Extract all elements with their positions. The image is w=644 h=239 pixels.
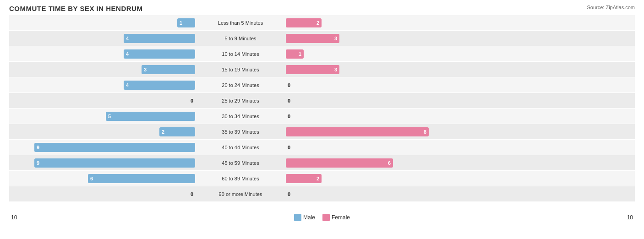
bar-male: 3	[142, 65, 195, 74]
bar-male: 4	[124, 81, 195, 90]
male-value: 3	[142, 67, 149, 72]
right-section: 2	[284, 171, 472, 186]
bar-male: 4	[124, 49, 195, 59]
legend-female: Female	[322, 214, 350, 221]
chart-title: COMMUTE TIME BY SEX IN HENDRUM	[9, 5, 635, 12]
right-section: 2	[284, 15, 472, 30]
legend-female-label: Female	[332, 214, 350, 221]
chart-row: 025 to 29 Minutes0	[9, 93, 635, 108]
left-section: 9	[9, 140, 197, 155]
chart-row: 420 to 24 Minutes0	[9, 77, 635, 92]
row-label: Less than 5 Minutes	[197, 20, 284, 26]
left-section: 4	[9, 31, 197, 46]
chart-row: 660 to 89 Minutes2	[9, 171, 635, 186]
female-value: 2	[314, 176, 322, 181]
row-label: 45 to 59 Minutes	[197, 160, 284, 166]
legend-male: Male	[294, 214, 315, 221]
right-section: 8	[284, 124, 472, 139]
left-section: 4	[9, 77, 197, 92]
female-value: 3	[332, 67, 339, 72]
female-value-zero: 0	[288, 82, 290, 88]
male-value: 2	[159, 129, 167, 135]
bar-male: 2	[159, 127, 195, 136]
left-section: 2	[9, 124, 197, 139]
legend-female-box	[322, 214, 330, 221]
chart-row: 45 to 9 Minutes3	[9, 31, 635, 46]
bar-male: 9	[34, 143, 195, 152]
bar-female: 6	[286, 158, 393, 168]
right-section: 3	[284, 31, 472, 46]
row-label: 40 to 44 Minutes	[197, 145, 284, 150]
left-section: 0	[9, 93, 197, 108]
left-section: 9	[9, 155, 197, 170]
source-label: Source: ZipAtlas.com	[587, 5, 635, 10]
female-value-zero: 0	[288, 98, 290, 103]
bar-female: 8	[286, 127, 429, 136]
right-section: 3	[284, 62, 472, 77]
male-value: 4	[124, 51, 131, 57]
axis-right-label: 10	[627, 214, 633, 221]
left-section: 4	[9, 46, 197, 61]
chart-row: 1Less than 5 Minutes2	[9, 15, 635, 30]
male-value: 9	[34, 145, 42, 150]
row-label: 35 to 39 Minutes	[197, 129, 284, 135]
male-value: 5	[106, 114, 113, 119]
bar-male: 4	[124, 34, 195, 43]
right-section: 0	[284, 93, 472, 108]
chart-row: 940 to 44 Minutes0	[9, 140, 635, 155]
legend-male-label: Male	[303, 214, 315, 221]
bar-female: 3	[286, 34, 339, 43]
female-value: 2	[314, 20, 322, 26]
row-label: 15 to 19 Minutes	[197, 67, 284, 72]
chart-row: 410 to 14 Minutes1	[9, 46, 635, 61]
female-value-zero: 0	[288, 114, 290, 119]
female-value-zero: 0	[288, 145, 290, 150]
left-section: 6	[9, 171, 197, 186]
chart-row: 945 to 59 Minutes6	[9, 155, 635, 170]
female-value: 1	[296, 51, 304, 57]
chart-footer: 10 Male Female 10	[9, 214, 635, 221]
chart-row: 315 to 19 Minutes3	[9, 62, 635, 77]
male-value: 4	[124, 82, 131, 88]
female-value: 3	[332, 36, 339, 41]
row-label: 25 to 29 Minutes	[197, 98, 284, 103]
right-section: 0	[284, 77, 472, 92]
row-label: 5 to 9 Minutes	[197, 36, 284, 41]
row-label: 10 to 14 Minutes	[197, 51, 284, 57]
male-value: 9	[34, 160, 42, 166]
row-label: 60 to 89 Minutes	[197, 176, 284, 181]
bar-male: 1	[177, 18, 195, 27]
male-value-zero: 0	[191, 191, 193, 197]
left-section: 5	[9, 109, 197, 124]
bar-male: 5	[106, 112, 195, 121]
row-label: 30 to 34 Minutes	[197, 114, 284, 119]
bar-female: 1	[286, 49, 304, 59]
bar-male: 9	[34, 158, 195, 168]
chart-row: 235 to 39 Minutes8	[9, 124, 635, 139]
right-section: 0	[284, 140, 472, 155]
row-label: 20 to 24 Minutes	[197, 82, 284, 88]
male-value: 4	[124, 36, 131, 41]
bar-male: 6	[88, 174, 195, 183]
right-section: 0	[284, 186, 472, 201]
row-label: 90 or more Minutes	[197, 191, 284, 197]
female-value-zero: 0	[288, 191, 290, 197]
right-section: 1	[284, 46, 472, 61]
left-section: 3	[9, 62, 197, 77]
legend: Male Female	[294, 214, 350, 221]
left-section: 1	[9, 15, 197, 30]
left-section: 0	[9, 186, 197, 201]
chart-area: 1Less than 5 Minutes245 to 9 Minutes3410…	[9, 15, 635, 212]
right-section: 6	[284, 155, 472, 170]
male-value: 6	[88, 176, 95, 181]
male-value: 1	[177, 20, 185, 26]
female-value: 6	[386, 160, 393, 166]
bar-female: 2	[286, 18, 322, 27]
axis-left-label: 10	[11, 214, 17, 221]
right-section: 0	[284, 109, 472, 124]
male-value-zero: 0	[191, 98, 193, 103]
chart-container: COMMUTE TIME BY SEX IN HENDRUM Source: Z…	[0, 0, 644, 239]
chart-row: 090 or more Minutes0	[9, 186, 635, 201]
bar-female: 3	[286, 65, 339, 74]
chart-row: 530 to 34 Minutes0	[9, 109, 635, 124]
